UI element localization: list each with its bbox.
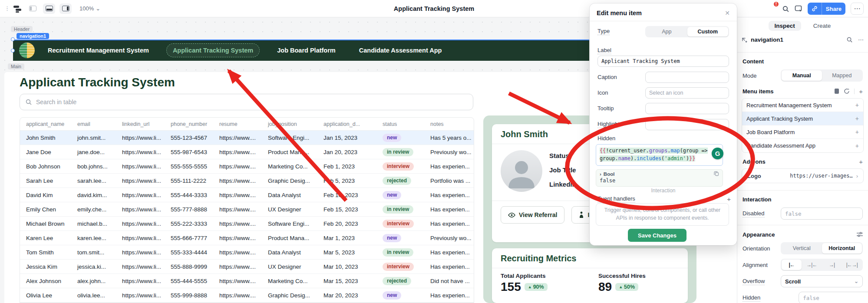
- disclosure-icon[interactable]: ›: [600, 171, 601, 177]
- hidden-input[interactable]: [799, 292, 868, 303]
- type-option-custom[interactable]: Custom: [687, 27, 729, 36]
- refresh-icon[interactable]: [844, 88, 850, 94]
- alignment-option[interactable]: →|: [822, 260, 842, 270]
- column-header[interactable]: resume: [213, 121, 262, 127]
- resize-handle[interactable]: [11, 37, 15, 41]
- icon-input[interactable]: [645, 87, 729, 99]
- tooltip-input[interactable]: [645, 103, 729, 114]
- overflow-select[interactable]: Scroll ⌄: [781, 275, 863, 287]
- view-referral-button[interactable]: View Referral: [501, 206, 564, 224]
- resize-handle[interactable]: [11, 49, 15, 53]
- column-header[interactable]: applicant_name: [20, 121, 71, 127]
- table-cell: https://www....: [213, 206, 262, 213]
- add-addon-icon[interactable]: +: [859, 158, 863, 165]
- orientation-option-vertical[interactable]: Vertical: [782, 243, 822, 254]
- add-event-handler-icon[interactable]: +: [727, 195, 731, 203]
- app-title: Applicant Tracking System: [0, 5, 868, 12]
- tab-inspect[interactable]: Inspect: [769, 21, 801, 31]
- table-row[interactable]: Olivia Leeolivia.lee...https://www.li...…: [20, 288, 474, 303]
- alignment-option[interactable]: →|←: [802, 260, 822, 270]
- hidden-code-editor[interactable]: {{!current_user.groups.map(group =>group…: [596, 144, 723, 166]
- logo-row[interactable]: Logo https://user-images… ›: [742, 168, 864, 183]
- search-input[interactable]: [36, 99, 468, 105]
- disabled-row: Disabled: [743, 207, 863, 220]
- search-icon[interactable]: [782, 5, 789, 13]
- menu-item-row[interactable]: Applicant Tracking System+: [742, 112, 863, 125]
- more-options-button[interactable]: ⋯: [851, 3, 864, 15]
- components-tree-icon[interactable]: [13, 5, 22, 12]
- table-search[interactable]: [20, 94, 473, 110]
- caption-input[interactable]: [645, 72, 729, 83]
- table-cell: https://www....: [213, 221, 262, 227]
- table-row[interactable]: Tom Smithtom.smit...https://www.li...555…: [20, 245, 474, 260]
- toggle-right-panel-button[interactable]: [59, 3, 72, 14]
- tab-create[interactable]: Create: [807, 21, 837, 31]
- nav-item[interactable]: Candidate Assessment App: [353, 44, 448, 57]
- table-row[interactable]: Bob Johnsonbob.johns...https://www.li...…: [20, 159, 474, 174]
- close-icon[interactable]: ✕: [725, 10, 730, 16]
- share-label[interactable]: Share: [822, 3, 845, 15]
- label-input[interactable]: [597, 56, 729, 67]
- table-row[interactable]: Karen Leekaren.lee...https://www.li...55…: [20, 231, 474, 245]
- duplicate-icon[interactable]: [834, 88, 839, 94]
- highlight-input[interactable]: [645, 119, 729, 130]
- add-menu-item-icon[interactable]: +: [859, 88, 863, 95]
- table-row[interactable]: Emily Chenemily.che...https://www.li...5…: [20, 202, 474, 217]
- share-button[interactable]: Share: [808, 3, 845, 15]
- main-frame-tag[interactable]: Main: [8, 63, 24, 69]
- save-changes-button[interactable]: Save Changes: [628, 229, 686, 242]
- column-header[interactable]: job_position: [262, 121, 317, 127]
- drag-handle-icon[interactable]: ⋮: [4, 5, 9, 12]
- status-badge: new: [383, 191, 401, 199]
- user-avatar[interactable]: !: [765, 3, 777, 15]
- column-header[interactable]: email: [71, 121, 116, 127]
- grammarly-icon[interactable]: G: [712, 148, 723, 159]
- orientation-option-horizontal[interactable]: Horizontal: [822, 243, 862, 254]
- menu-item-row[interactable]: Candidate Assessment App+: [742, 139, 863, 152]
- mode-option-mapped[interactable]: Mapped: [822, 70, 862, 81]
- column-header[interactable]: application_d...: [317, 121, 376, 127]
- add-icon[interactable]: +: [855, 128, 859, 135]
- menu-item-row[interactable]: Recruitment Management System+: [742, 99, 863, 112]
- nav-item[interactable]: Applicant Tracking System: [166, 43, 260, 57]
- sliders-icon[interactable]: [857, 232, 863, 237]
- table-cell: new: [376, 291, 424, 300]
- add-icon[interactable]: +: [855, 102, 859, 109]
- search-icon[interactable]: [846, 36, 853, 43]
- table-row[interactable]: Jessica Kimjessica.ki...https://www.li..…: [20, 260, 474, 274]
- table-cell: Jan 15, 2023: [317, 135, 376, 141]
- alignment-option[interactable]: |←→|: [842, 260, 862, 270]
- alignment-option[interactable]: |←: [782, 260, 802, 270]
- link-icon[interactable]: [808, 3, 822, 15]
- add-icon[interactable]: +: [855, 142, 859, 149]
- disabled-input[interactable]: [781, 207, 863, 220]
- table-cell: in review: [376, 248, 424, 257]
- mode-option-manual[interactable]: Manual: [782, 70, 822, 81]
- header-frame-tag[interactable]: Header: [11, 26, 33, 32]
- table-row[interactable]: Jane Doejane.doe...https://www.li...555-…: [20, 145, 474, 159]
- table-row[interactable]: David Kimdavid.kim...https://www.li...55…: [20, 188, 474, 202]
- table-row[interactable]: John Smithjohn.smit...https://www.li...5…: [20, 131, 474, 145]
- column-header[interactable]: status: [376, 121, 424, 127]
- column-header[interactable]: notes: [424, 121, 474, 127]
- nav-item[interactable]: Job Board Platform: [271, 44, 342, 57]
- menu-item-row[interactable]: Job Board Platform+: [742, 125, 863, 139]
- table-row[interactable]: Michael Brownmichael.b...https://www.li.…: [20, 217, 474, 231]
- table-cell: https://www....: [213, 235, 262, 241]
- nav-logo[interactable]: [19, 43, 35, 58]
- toggle-left-panel-button[interactable]: [26, 3, 39, 14]
- copy-icon[interactable]: [714, 171, 719, 177]
- debug-panel-icon[interactable]: [795, 5, 802, 12]
- zoom-control[interactable]: 100% ⌄: [79, 5, 100, 12]
- column-header[interactable]: linkedin_url: [116, 121, 165, 127]
- table-row[interactable]: Sarah Leesarah.lee...https://www.li...55…: [20, 174, 474, 188]
- more-icon[interactable]: ⋯: [858, 36, 864, 43]
- table-row[interactable]: Alex Johnsonalex.john...https://www.li..…: [20, 274, 474, 288]
- navigation1-tag[interactable]: navigation1: [17, 33, 49, 39]
- toggle-bottom-panel-button[interactable]: [43, 3, 55, 14]
- type-option-app[interactable]: App: [646, 27, 687, 36]
- table-cell: Marketing Co...: [262, 163, 317, 170]
- add-icon[interactable]: +: [855, 115, 859, 122]
- column-header[interactable]: phone_number: [165, 121, 213, 127]
- nav-item[interactable]: Recruitment Management System: [42, 44, 155, 57]
